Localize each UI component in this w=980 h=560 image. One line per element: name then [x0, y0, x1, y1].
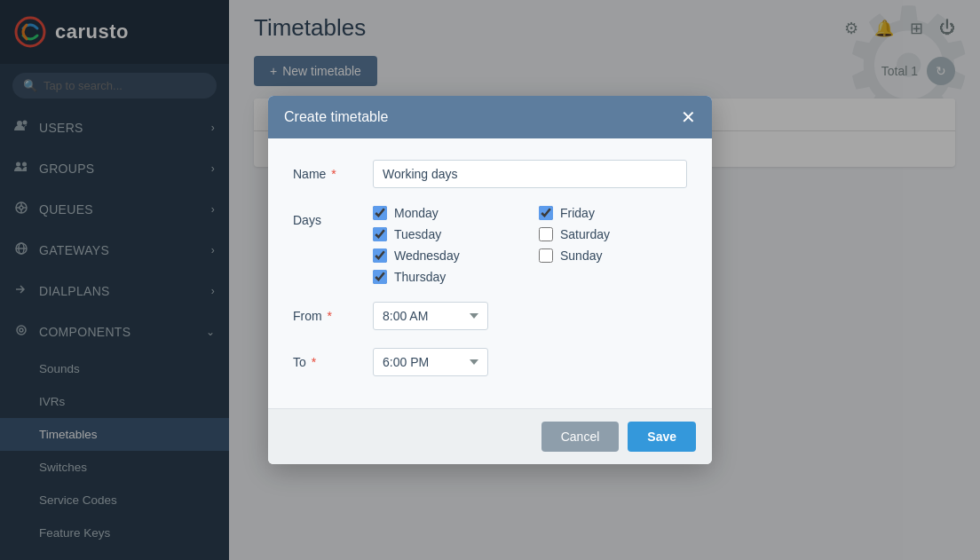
from-select[interactable]: 8:00 AM 9:00 AM 10:00 AM 7:00 AM 6:00 AM: [373, 302, 488, 330]
thursday-checkbox[interactable]: [373, 270, 387, 284]
monday-label: Monday: [394, 206, 439, 220]
modal-overlay: Create timetable ✕ Name * Days Monday: [0, 0, 980, 560]
tuesday-checkbox[interactable]: [373, 227, 387, 241]
day-friday[interactable]: Friday: [539, 206, 687, 220]
modal-body: Name * Days Monday Friday: [268, 138, 712, 408]
day-saturday[interactable]: Saturday: [539, 227, 687, 241]
day-sunday[interactable]: Sunday: [539, 248, 687, 263]
monday-checkbox[interactable]: [373, 206, 387, 220]
day-thursday[interactable]: Thursday: [373, 270, 521, 284]
sunday-label: Sunday: [560, 248, 602, 263]
name-form-row: Name *: [293, 160, 687, 188]
to-form-row: To * 6:00 PM 5:00 PM 7:00 PM 8:00 PM: [293, 348, 687, 376]
wednesday-checkbox[interactable]: [373, 248, 387, 263]
name-input[interactable]: [373, 160, 687, 188]
days-grid: Monday Friday Tuesday Saturday: [373, 206, 687, 284]
to-select[interactable]: 6:00 PM 5:00 PM 7:00 PM 8:00 PM: [373, 348, 488, 376]
days-form-row: Days Monday Friday Tuesday: [293, 206, 687, 284]
from-form-row: From * 8:00 AM 9:00 AM 10:00 AM 7:00 AM …: [293, 302, 687, 330]
modal-header: Create timetable ✕: [268, 96, 712, 138]
days-label: Days: [293, 206, 373, 227]
thursday-label: Thursday: [394, 270, 446, 284]
day-wednesday[interactable]: Wednesday: [373, 248, 521, 263]
modal-close-button[interactable]: ✕: [681, 108, 696, 126]
to-label: To *: [293, 348, 373, 369]
wednesday-label: Wednesday: [394, 248, 460, 263]
create-timetable-modal: Create timetable ✕ Name * Days Monday: [268, 96, 712, 464]
day-monday[interactable]: Monday: [373, 206, 521, 220]
from-required-indicator: *: [324, 309, 332, 323]
tuesday-label: Tuesday: [394, 227, 441, 241]
sunday-checkbox[interactable]: [539, 248, 553, 263]
friday-checkbox[interactable]: [539, 206, 553, 220]
save-button[interactable]: Save: [628, 422, 696, 452]
name-label: Name *: [293, 160, 373, 181]
name-required-indicator: *: [328, 167, 336, 181]
modal-footer: Cancel Save: [268, 408, 712, 464]
saturday-label: Saturday: [560, 227, 610, 241]
to-required-indicator: *: [308, 355, 316, 369]
from-label: From *: [293, 302, 373, 323]
saturday-checkbox[interactable]: [539, 227, 553, 241]
day-tuesday[interactable]: Tuesday: [373, 227, 521, 241]
friday-label: Friday: [560, 206, 595, 220]
cancel-button[interactable]: Cancel: [541, 422, 620, 452]
modal-title: Create timetable: [284, 109, 388, 125]
